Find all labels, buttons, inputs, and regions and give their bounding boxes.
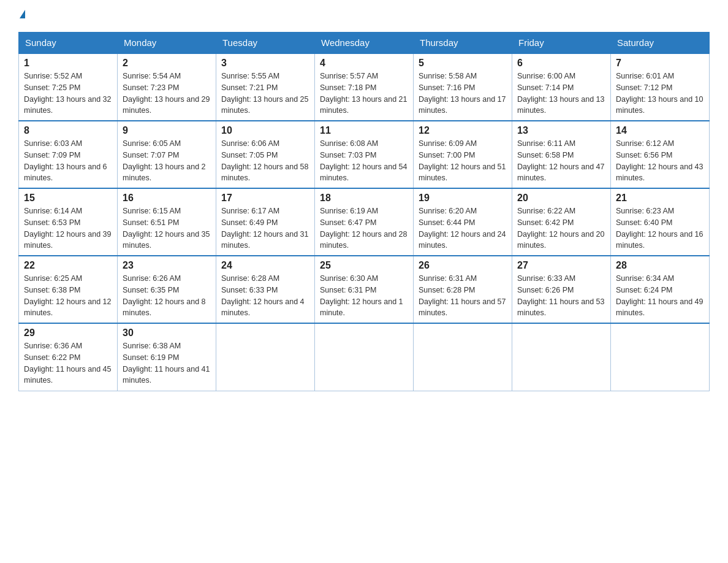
- calendar-day-cell: 6 Sunrise: 6:00 AMSunset: 7:14 PMDayligh…: [512, 53, 611, 121]
- calendar-week-row: 22 Sunrise: 6:25 AMSunset: 6:38 PMDaylig…: [19, 256, 710, 323]
- day-of-week-header: Wednesday: [315, 33, 414, 54]
- day-info: Sunrise: 6:28 AMSunset: 6:33 PMDaylight:…: [221, 274, 305, 317]
- calendar-day-cell: 5 Sunrise: 5:58 AMSunset: 7:16 PMDayligh…: [414, 53, 512, 121]
- calendar-day-cell: 24 Sunrise: 6:28 AMSunset: 6:33 PMDaylig…: [216, 256, 315, 323]
- calendar-day-cell: 23 Sunrise: 6:26 AMSunset: 6:35 PMDaylig…: [118, 256, 216, 323]
- day-info: Sunrise: 5:58 AMSunset: 7:16 PMDaylight:…: [419, 72, 506, 115]
- calendar-day-cell: 30 Sunrise: 6:38 AMSunset: 6:19 PMDaylig…: [118, 323, 216, 391]
- day-info: Sunrise: 5:52 AMSunset: 7:25 PMDaylight:…: [24, 72, 111, 115]
- calendar-week-row: 8 Sunrise: 6:03 AMSunset: 7:09 PMDayligh…: [19, 121, 710, 188]
- calendar-day-cell: 11 Sunrise: 6:08 AMSunset: 7:03 PMDaylig…: [315, 121, 414, 188]
- calendar-day-cell: 4 Sunrise: 5:57 AMSunset: 7:18 PMDayligh…: [315, 53, 414, 121]
- day-number: 24: [221, 260, 309, 271]
- calendar-day-cell: 7 Sunrise: 6:01 AMSunset: 7:12 PMDayligh…: [611, 53, 710, 121]
- calendar-day-cell: [512, 323, 611, 391]
- day-info: Sunrise: 6:09 AMSunset: 7:00 PMDaylight:…: [419, 139, 506, 182]
- calendar-day-cell: 22 Sunrise: 6:25 AMSunset: 6:38 PMDaylig…: [19, 256, 118, 323]
- calendar-day-cell: 15 Sunrise: 6:14 AMSunset: 6:53 PMDaylig…: [19, 188, 118, 256]
- day-number: 17: [221, 193, 309, 204]
- day-info: Sunrise: 6:34 AMSunset: 6:24 PMDaylight:…: [616, 274, 703, 317]
- day-of-week-header: Sunday: [19, 33, 118, 54]
- logo: [18, 12, 25, 21]
- day-info: Sunrise: 6:03 AMSunset: 7:09 PMDaylight:…: [24, 139, 107, 182]
- calendar-day-cell: 17 Sunrise: 6:17 AMSunset: 6:49 PMDaylig…: [216, 188, 315, 256]
- day-number: 5: [419, 58, 507, 69]
- day-number: 12: [419, 125, 507, 136]
- day-of-week-header: Tuesday: [216, 33, 315, 54]
- calendar-day-cell: 14 Sunrise: 6:12 AMSunset: 6:56 PMDaylig…: [611, 121, 710, 188]
- day-info: Sunrise: 6:06 AMSunset: 7:05 PMDaylight:…: [221, 139, 308, 182]
- day-number: 22: [24, 260, 112, 271]
- calendar-day-cell: 26 Sunrise: 6:31 AMSunset: 6:28 PMDaylig…: [414, 256, 512, 323]
- day-number: 21: [616, 193, 704, 204]
- day-info: Sunrise: 6:19 AMSunset: 6:47 PMDaylight:…: [320, 207, 407, 250]
- calendar-day-cell: 13 Sunrise: 6:11 AMSunset: 6:58 PMDaylig…: [512, 121, 611, 188]
- calendar-week-row: 29 Sunrise: 6:36 AMSunset: 6:22 PMDaylig…: [19, 323, 710, 391]
- day-info: Sunrise: 6:12 AMSunset: 6:56 PMDaylight:…: [616, 139, 703, 182]
- day-info: Sunrise: 6:05 AMSunset: 7:07 PMDaylight:…: [123, 139, 206, 182]
- day-number: 19: [419, 193, 507, 204]
- day-number: 10: [221, 125, 309, 136]
- calendar-day-cell: 2 Sunrise: 5:54 AMSunset: 7:23 PMDayligh…: [118, 53, 216, 121]
- calendar-day-cell: 29 Sunrise: 6:36 AMSunset: 6:22 PMDaylig…: [19, 323, 118, 391]
- day-info: Sunrise: 6:17 AMSunset: 6:49 PMDaylight:…: [221, 207, 308, 250]
- day-info: Sunrise: 5:57 AMSunset: 7:18 PMDaylight:…: [320, 72, 407, 115]
- day-of-week-header: Saturday: [611, 33, 710, 54]
- day-info: Sunrise: 6:25 AMSunset: 6:38 PMDaylight:…: [24, 274, 111, 317]
- day-info: Sunrise: 6:11 AMSunset: 6:58 PMDaylight:…: [517, 139, 604, 182]
- calendar-day-cell: [216, 323, 315, 391]
- calendar-week-row: 15 Sunrise: 6:14 AMSunset: 6:53 PMDaylig…: [19, 188, 710, 256]
- day-number: 30: [123, 327, 211, 339]
- day-info: Sunrise: 5:55 AMSunset: 7:21 PMDaylight:…: [221, 72, 308, 115]
- day-number: 29: [24, 327, 112, 339]
- day-of-week-header: Monday: [118, 33, 216, 54]
- day-info: Sunrise: 6:33 AMSunset: 6:26 PMDaylight:…: [517, 274, 604, 317]
- day-number: 23: [123, 260, 211, 271]
- day-info: Sunrise: 6:20 AMSunset: 6:44 PMDaylight:…: [419, 207, 506, 250]
- day-number: 11: [320, 125, 408, 136]
- day-number: 20: [517, 193, 605, 204]
- day-info: Sunrise: 6:38 AMSunset: 6:19 PMDaylight:…: [123, 342, 210, 385]
- day-number: 28: [616, 260, 704, 271]
- day-info: Sunrise: 6:15 AMSunset: 6:51 PMDaylight:…: [123, 207, 210, 250]
- day-number: 13: [517, 125, 605, 136]
- day-number: 18: [320, 193, 408, 204]
- day-info: Sunrise: 6:23 AMSunset: 6:40 PMDaylight:…: [616, 207, 703, 250]
- logo-triangle-icon: [20, 10, 25, 18]
- calendar-day-cell: 20 Sunrise: 6:22 AMSunset: 6:42 PMDaylig…: [512, 188, 611, 256]
- day-info: Sunrise: 6:36 AMSunset: 6:22 PMDaylight:…: [24, 342, 111, 385]
- day-number: 8: [24, 125, 112, 136]
- day-number: 15: [24, 193, 112, 204]
- calendar-day-cell: [611, 323, 710, 391]
- day-number: 25: [320, 260, 408, 271]
- calendar-day-cell: 1 Sunrise: 5:52 AMSunset: 7:25 PMDayligh…: [19, 53, 118, 121]
- calendar-day-cell: 27 Sunrise: 6:33 AMSunset: 6:26 PMDaylig…: [512, 256, 611, 323]
- day-number: 1: [24, 58, 112, 69]
- calendar-day-cell: [414, 323, 512, 391]
- day-number: 14: [616, 125, 704, 136]
- calendar-header-row: SundayMondayTuesdayWednesdayThursdayFrid…: [19, 33, 710, 54]
- day-info: Sunrise: 6:30 AMSunset: 6:31 PMDaylight:…: [320, 274, 403, 317]
- calendar-day-cell: 25 Sunrise: 6:30 AMSunset: 6:31 PMDaylig…: [315, 256, 414, 323]
- day-info: Sunrise: 6:22 AMSunset: 6:42 PMDaylight:…: [517, 207, 604, 250]
- day-info: Sunrise: 6:08 AMSunset: 7:03 PMDaylight:…: [320, 139, 407, 182]
- day-number: 26: [419, 260, 507, 271]
- calendar-day-cell: 16 Sunrise: 6:15 AMSunset: 6:51 PMDaylig…: [118, 188, 216, 256]
- calendar-week-row: 1 Sunrise: 5:52 AMSunset: 7:25 PMDayligh…: [19, 53, 710, 121]
- day-number: 16: [123, 193, 211, 204]
- day-number: 6: [517, 58, 605, 69]
- day-number: 9: [123, 125, 211, 136]
- page-header: [18, 12, 710, 21]
- calendar-day-cell: [315, 323, 414, 391]
- day-number: 27: [517, 260, 605, 271]
- calendar-day-cell: 9 Sunrise: 6:05 AMSunset: 7:07 PMDayligh…: [118, 121, 216, 188]
- day-info: Sunrise: 5:54 AMSunset: 7:23 PMDaylight:…: [123, 72, 210, 115]
- calendar-day-cell: 8 Sunrise: 6:03 AMSunset: 7:09 PMDayligh…: [19, 121, 118, 188]
- day-info: Sunrise: 6:01 AMSunset: 7:12 PMDaylight:…: [616, 72, 703, 115]
- day-number: 4: [320, 58, 408, 69]
- calendar-day-cell: 21 Sunrise: 6:23 AMSunset: 6:40 PMDaylig…: [611, 188, 710, 256]
- day-info: Sunrise: 6:26 AMSunset: 6:35 PMDaylight:…: [123, 274, 206, 317]
- calendar-day-cell: 3 Sunrise: 5:55 AMSunset: 7:21 PMDayligh…: [216, 53, 315, 121]
- calendar-table: SundayMondayTuesdayWednesdayThursdayFrid…: [18, 32, 710, 391]
- calendar-day-cell: 18 Sunrise: 6:19 AMSunset: 6:47 PMDaylig…: [315, 188, 414, 256]
